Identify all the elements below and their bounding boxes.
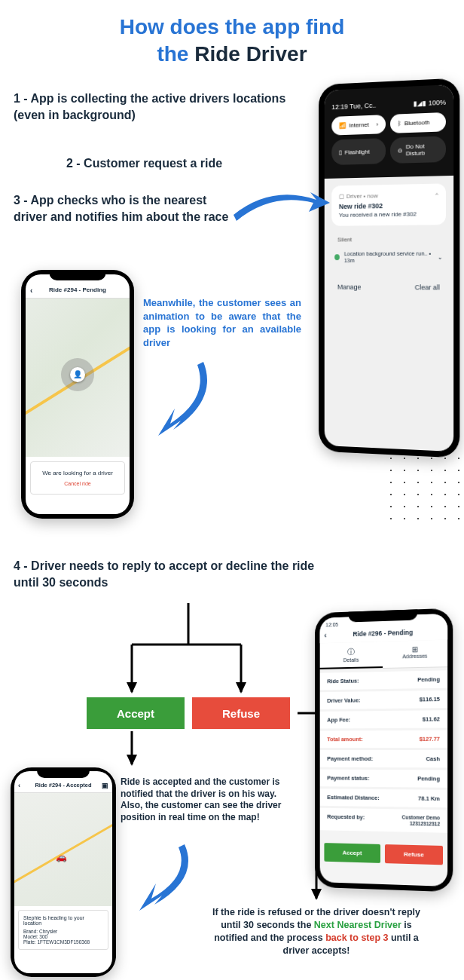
chat-icon[interactable]: ▣: [102, 782, 108, 789]
dnd-icon: ⊖: [398, 147, 403, 154]
row-payment-method: Payment method:Cash: [320, 750, 447, 767]
tab-details[interactable]: ⓘDetails: [320, 642, 383, 669]
cancel-ride-button[interactable]: Cancel ride: [35, 481, 120, 486]
dot-icon: [334, 254, 340, 260]
row-driver-value: Driver Value:$116.15: [320, 691, 447, 709]
bluetooth-icon: ᛒ: [398, 120, 401, 127]
row-distance: Estimated Distance:78.1 Km: [320, 789, 447, 807]
arrow-curve-2: [136, 354, 226, 445]
phone-customer-accepted: ‹Ride #294 - Accepted▣ 🚗 Stephie is head…: [11, 767, 116, 977]
arrow-curve-3: [121, 837, 203, 920]
title-part2b: Ride Driver: [194, 42, 307, 66]
row-app-fee: App Fee:$11.62: [320, 710, 447, 728]
back-icon[interactable]: ‹: [18, 782, 20, 789]
row-status: Ride Status:Pending: [320, 670, 447, 690]
svg-marker-10: [311, 889, 322, 900]
location-pulse: 👤: [61, 358, 94, 391]
notification-card[interactable]: ▢ Driver • now^ New ride #302 You receiv…: [331, 183, 446, 225]
row-total: Total amount:$127.77: [320, 730, 447, 748]
flow-accept-button[interactable]: Accept: [87, 697, 185, 729]
back-icon[interactable]: ‹: [324, 631, 326, 639]
page-title: How does the app find the Ride Driver: [0, 0, 464, 76]
svg-marker-8: [236, 682, 246, 694]
heading-text: Stephie is heading to your location: [23, 915, 103, 926]
refuse-button[interactable]: Refuse: [385, 844, 443, 865]
notif-body: You received a new ride #302: [339, 210, 438, 219]
row-payment-status: Payment status:Pending: [320, 770, 447, 788]
step-3: 3 - App checks who is the nearest driver…: [14, 192, 240, 225]
flashlight-icon: ▯: [339, 149, 342, 155]
title-part2a: the: [157, 42, 188, 66]
wifi-icon: 📶: [339, 122, 346, 129]
row-requested-by: Requested by:Customer Demo12312312312: [320, 808, 447, 833]
refuse-note: If the ride is refused or the driver doe…: [203, 906, 429, 957]
info-icon: ⓘ: [320, 646, 383, 658]
bg-service-notif[interactable]: Location background service run.. • 13m⌄: [325, 245, 453, 268]
map-view[interactable]: 🚗: [14, 793, 112, 906]
arrow-curve-1: [226, 185, 331, 237]
notif-title: New ride #302: [339, 201, 438, 210]
qs-bluetooth[interactable]: ᛒBluetooth: [390, 112, 446, 133]
step-1: 1 - App is collecting the active drivers…: [14, 90, 300, 123]
qs-internet[interactable]: 📶Internet›: [331, 115, 386, 135]
back-icon[interactable]: ‹: [30, 286, 32, 295]
status-card: We are looking for a driver Cancel ride: [30, 461, 125, 495]
accept-note: Ride is accepted and the customer is not…: [121, 776, 286, 823]
car-icon: 🚗: [56, 852, 67, 862]
app-icon: ▢: [339, 193, 345, 200]
tab-addresses[interactable]: ⊞Addresses: [383, 640, 447, 668]
decorative-dots: [384, 452, 464, 520]
status-time: 12:19 Tue, Cc.. ▮◢▮ 100%: [331, 99, 446, 111]
chevron-up-icon[interactable]: ^: [435, 191, 438, 198]
meanwhile-note: Meanwhile, the customer sees an animatio…: [143, 296, 301, 349]
person-icon: 👤: [70, 367, 85, 382]
phone-driver-details: ‹12:05Ride #296 - Pending ⓘDetails ⊞Addr…: [315, 608, 453, 893]
looking-text: We are looking for a driver: [35, 470, 120, 476]
map-view[interactable]: 👤: [26, 299, 130, 457]
phone-customer-waiting: ‹Ride #294 - Pending 👤 We are looking fo…: [21, 270, 134, 519]
step-4: 4 - Driver needs to reply to accept or d…: [14, 558, 315, 590]
driver-info-card: Stephie is heading to your location Bran…: [18, 910, 108, 950]
flow-refuse-button[interactable]: Refuse: [192, 697, 290, 729]
svg-marker-9: [127, 755, 137, 766]
silent-header: Silent: [325, 232, 453, 246]
step-2: 2 - Customer request a ride: [66, 155, 222, 172]
qs-dnd[interactable]: ⊖Do Not Disturb: [390, 136, 446, 164]
qs-flashlight[interactable]: ▯Flashlight: [331, 138, 386, 165]
phone-notification-panel: 12:19 Tue, Cc.. ▮◢▮ 100% 📶Internet› ᛒBlu…: [319, 78, 459, 458]
svg-marker-7: [127, 682, 137, 694]
clear-all-button[interactable]: Clear all: [415, 283, 440, 291]
title-part1: How does the app find: [120, 15, 345, 38]
manage-button[interactable]: Manage: [337, 283, 361, 291]
chevron-down-icon[interactable]: ⌄: [438, 253, 443, 260]
accept-button[interactable]: Accept: [324, 843, 380, 863]
